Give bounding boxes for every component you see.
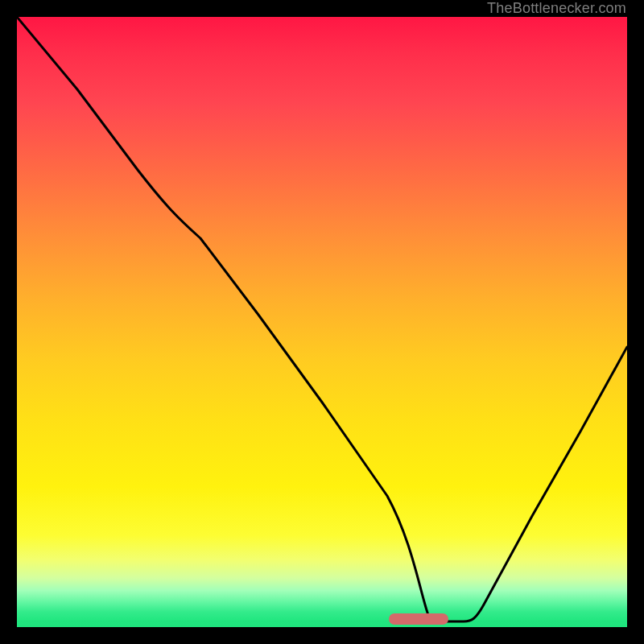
bottleneck-curve (17, 17, 627, 627)
curve-path (17, 17, 627, 621)
chart-baseline (17, 627, 627, 632)
watermark-text: TheBottlenecker.com (487, 0, 626, 17)
optimal-range-marker (389, 613, 448, 625)
